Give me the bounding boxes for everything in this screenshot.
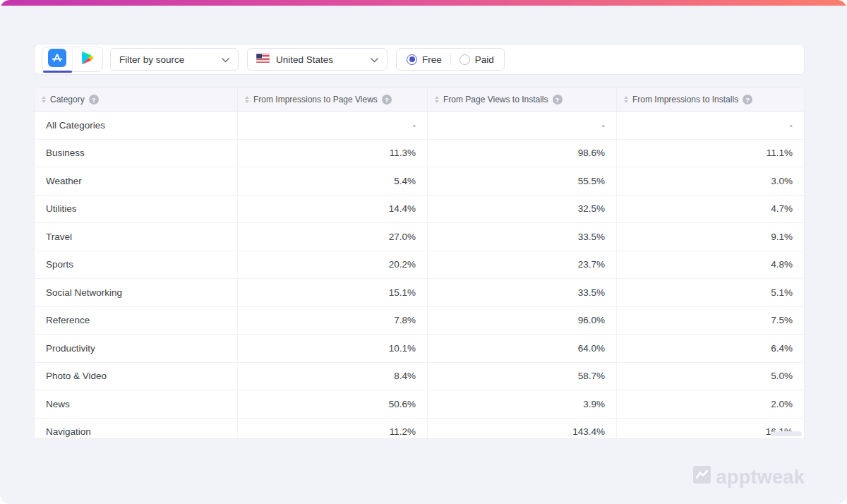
column-header-label: From Page Views to Installs [443, 95, 548, 104]
impressions-to-installs-cell: 5.1% [617, 279, 804, 306]
impressions-to-installs-cell: 7.5% [617, 307, 804, 335]
google-play-icon [80, 50, 95, 68]
source-filter-select[interactable]: Filter by source [110, 48, 239, 71]
column-header[interactable]: From Page Views to Installs ? [428, 88, 617, 111]
impressions-to-pageviews-cell: 7.8% [238, 307, 428, 335]
category-cell: Photo & Video [35, 363, 238, 390]
help-icon[interactable]: ? [382, 95, 392, 104]
category-cell: Navigation [35, 419, 238, 440]
table-row: Travel 27.0% 33.5% 9.1% [35, 223, 804, 251]
help-icon[interactable]: ? [743, 95, 752, 104]
table-header-row: Category ? From Impressions to Page View… [35, 88, 804, 112]
impressions-to-pageviews-cell: 15.1% [238, 279, 428, 306]
help-icon[interactable]: ? [553, 95, 563, 104]
column-header[interactable]: Category ? [35, 88, 238, 111]
category-cell: All Categories [35, 112, 238, 139]
impressions-to-installs-cell: 2.0% [617, 390, 804, 418]
column-header-label: Category [50, 95, 85, 104]
country-select[interactable]: United States [247, 48, 388, 71]
table-row: Productivity 10.1% 64.0% 6.4% [35, 335, 804, 363]
pageviews-to-installs-cell: 98.6% [428, 140, 617, 167]
impressions-to-pageviews-cell: 8.4% [238, 363, 428, 390]
category-cell: News [35, 390, 238, 418]
sort-icon[interactable] [624, 96, 628, 103]
sort-icon[interactable] [42, 96, 46, 103]
table-row: News 50.6% 3.9% 2.0% [35, 390, 804, 419]
top-gradient-bar [0, 0, 847, 6]
pageviews-to-installs-cell: 64.0% [428, 335, 617, 362]
chevron-down-icon [371, 54, 378, 65]
pageviews-to-installs-cell: 58.7% [428, 363, 617, 390]
column-header-label: From Impressions to Installs [632, 95, 738, 104]
impressions-to-pageviews-cell: 11.3% [238, 140, 428, 167]
column-header[interactable]: From Impressions to Installs ? [617, 88, 804, 111]
filters-toolbar: Filter by source [34, 44, 805, 75]
pageviews-to-installs-cell: 55.5% [428, 167, 617, 195]
sort-icon[interactable] [435, 96, 439, 103]
pageviews-to-installs-cell: 143.4% [428, 419, 617, 440]
watermark: apptweak [693, 466, 805, 488]
impressions-to-installs-cell: 5.0% [617, 363, 804, 390]
radio-unselected-icon [459, 54, 470, 65]
google-play-button[interactable] [72, 47, 102, 71]
country-select-value: United States [256, 54, 333, 65]
pageviews-to-installs-cell: 33.5% [428, 223, 617, 251]
app-window: Filter by source [0, 0, 847, 504]
table-row: Weather 5.4% 55.5% 3.0% [35, 167, 804, 196]
watermark-text: apptweak [716, 467, 805, 488]
table-row: Navigation 11.2% 143.4% 16.1% [35, 419, 804, 440]
platform-toggle [42, 47, 103, 72]
price-toggle-divider [450, 54, 451, 65]
impressions-to-installs-cell: 11.1% [617, 140, 804, 167]
sort-icon[interactable] [245, 96, 249, 103]
category-cell: Travel [35, 223, 238, 251]
scrollbar-thumb[interactable] [771, 431, 802, 436]
table-row: Reference 7.8% 96.0% 7.5% [35, 307, 804, 335]
column-header[interactable]: From Impressions to Page Views ? [238, 88, 428, 111]
impressions-to-pageviews-cell: 14.4% [238, 196, 428, 223]
impressions-to-pageviews-cell: 11.2% [238, 419, 428, 440]
category-cell: Social Networking [35, 279, 238, 306]
us-flag-icon [256, 54, 270, 65]
impressions-to-pageviews-cell: - [238, 112, 428, 139]
category-cell: Reference [35, 307, 238, 335]
impressions-to-installs-cell: 4.7% [617, 196, 804, 223]
category-cell: Utilities [35, 196, 238, 223]
table-row: Sports 20.2% 23.7% 4.8% [35, 251, 804, 280]
table-body: All Categories - - - Business 11.3% 98.6… [35, 112, 804, 439]
paid-radio-option[interactable]: Paid [459, 54, 494, 65]
impressions-to-installs-cell: 6.4% [617, 335, 804, 362]
impressions-to-installs-cell: - [617, 112, 804, 139]
table-row: Business 11.3% 98.6% 11.1% [35, 140, 804, 168]
chevron-down-icon [222, 54, 229, 65]
source-filter-label: Filter by source [119, 54, 184, 65]
free-radio-option[interactable]: Free [407, 54, 442, 65]
pageviews-to-installs-cell: 23.7% [428, 251, 617, 279]
radio-selected-icon [407, 54, 417, 65]
table-row: Utilities 14.4% 32.5% 4.7% [35, 196, 804, 224]
pageviews-to-installs-cell: 32.5% [428, 196, 617, 223]
paid-label: Paid [475, 54, 494, 65]
impressions-to-installs-cell: 9.1% [617, 223, 804, 251]
column-header-label: From Impressions to Page Views [253, 95, 378, 104]
table-row: Photo & Video 8.4% 58.7% 5.0% [35, 363, 804, 391]
app-store-button[interactable] [42, 47, 72, 71]
app-store-icon [48, 49, 66, 70]
category-cell: Sports [35, 251, 238, 279]
selected-platform-underline [43, 71, 72, 73]
apptweak-logo-icon [693, 466, 711, 488]
price-toggle: Free Paid [396, 48, 505, 71]
impressions-to-installs-cell: 4.8% [617, 251, 804, 279]
free-label: Free [422, 54, 442, 65]
category-cell: Weather [35, 167, 238, 195]
category-cell: Productivity [35, 335, 238, 362]
help-icon[interactable]: ? [89, 95, 99, 104]
pageviews-to-installs-cell: 96.0% [428, 307, 617, 335]
category-cell: Business [35, 140, 238, 167]
impressions-to-pageviews-cell: 50.6% [238, 390, 428, 418]
pageviews-to-installs-cell: - [428, 112, 617, 139]
impressions-to-pageviews-cell: 27.0% [238, 223, 428, 251]
table-row: Social Networking 15.1% 33.5% 5.1% [35, 279, 804, 307]
pageviews-to-installs-cell: 3.9% [428, 390, 617, 418]
impressions-to-pageviews-cell: 20.2% [238, 251, 428, 279]
